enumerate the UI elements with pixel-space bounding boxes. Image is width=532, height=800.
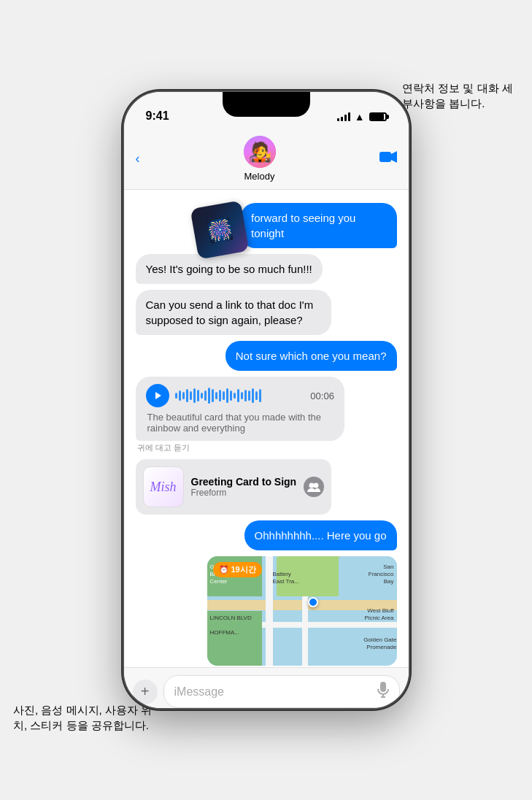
svg-point-3 (314, 483, 319, 488)
message-bubble[interactable]: Ohhhhhhhh.... Here you go (244, 520, 397, 550)
svg-rect-0 (379, 152, 391, 162)
back-button[interactable]: ‹ (136, 151, 140, 166)
message-row: Not sure which one you mean? (136, 341, 397, 371)
message-bubble[interactable]: Yes! It's going to be so much fun!!! (136, 254, 323, 284)
phone-frame: 9:41 ▲ ‹ 🧑‍🎤 Melody (124, 92, 409, 708)
map-bubble[interactable]: Golden Gate Bridge Welcome Center Batter… (207, 556, 397, 666)
voice-duration: 00:06 (310, 391, 334, 401)
contact-name: Melody (244, 171, 275, 182)
card-thumb-text: Mish (150, 480, 177, 495)
message-with-image: 🎆 forward to seeing you tonight (189, 197, 397, 248)
listen-label: 귀에 대고 듣기 (137, 442, 190, 453)
battery-icon (369, 112, 387, 121)
map-timer: ⏰ 19시간 (213, 562, 262, 577)
timer-label: 19시간 (231, 564, 256, 575)
input-placeholder: iMessage (174, 685, 224, 699)
card-info: Greeting Card to Sign Freeform (191, 476, 297, 498)
status-icons: ▲ (337, 111, 387, 123)
callout-bottom-left: 사진, 음성 메시지, 사용자 위치, 스티커 등을 공유합니다. (13, 702, 159, 733)
messages-area: 🎆 forward to seeing you tonight Yes! It'… (124, 190, 409, 667)
notch (223, 92, 310, 117)
collaborate-icon (304, 477, 324, 497)
signal-icon (337, 112, 350, 121)
card-subtitle: Freeform (191, 488, 297, 498)
message-row: 🎆 forward to seeing you tonight (136, 197, 397, 248)
message-bubble[interactable]: Not sure which one you mean? (225, 341, 397, 371)
svg-rect-4 (380, 682, 386, 692)
video-call-button[interactable] (379, 150, 397, 167)
message-bubble[interactable]: Can you send a link to that doc I'm supp… (136, 290, 332, 335)
message-row: 00:06 The beautiful card that you made w… (136, 377, 397, 453)
chevron-left-icon: ‹ (136, 151, 140, 166)
add-button[interactable]: + (133, 680, 158, 704)
map-background: Golden Gate Bridge Welcome Center Batter… (207, 556, 397, 666)
card-attachment[interactable]: Mish Greeting Card to Sign Freeform (136, 459, 332, 515)
card-title: Greeting Card to Sign (191, 476, 297, 488)
message-row: Yes! It's going to be so much fun!!! (136, 254, 397, 284)
fireworks-image: 🎆 (190, 200, 249, 259)
mic-button[interactable] (377, 682, 389, 701)
message-row: Ohhhhhhhh.... Here you go (136, 520, 397, 550)
message-row: Can you send a link to that doc I'm supp… (136, 290, 397, 335)
card-thumbnail: Mish (143, 466, 184, 507)
wifi-icon: ▲ (355, 111, 365, 123)
message-row: Golden Gate Bridge Welcome Center Batter… (136, 556, 397, 666)
waveform (175, 388, 305, 404)
location-pin (308, 597, 318, 607)
message-row: Mish Greeting Card to Sign Freeform (136, 459, 397, 515)
contact-center[interactable]: 🧑‍🎤 Melody (244, 136, 276, 182)
message-bubble[interactable]: forward to seeing you tonight (241, 203, 396, 248)
nav-header: ‹ 🧑‍🎤 Melody (124, 128, 409, 190)
input-bar: + iMessage (124, 667, 409, 708)
callout-top-right: 연락처 정보 및 대화 세부사항을 봅니다. (402, 80, 519, 111)
svg-marker-1 (391, 151, 397, 163)
avatar: 🧑‍🎤 (244, 136, 276, 168)
voice-controls: 00:06 (146, 384, 334, 407)
status-time: 9:41 (146, 109, 169, 123)
voice-message-bubble[interactable]: 00:06 The beautiful card that you made w… (136, 377, 344, 441)
svg-point-2 (309, 483, 315, 488)
message-input-field[interactable]: iMessage (163, 675, 400, 708)
play-button[interactable] (146, 384, 169, 407)
voice-transcript: The beautiful card that you made with th… (146, 412, 334, 434)
avatar-face: 🧑‍🎤 (244, 136, 276, 168)
